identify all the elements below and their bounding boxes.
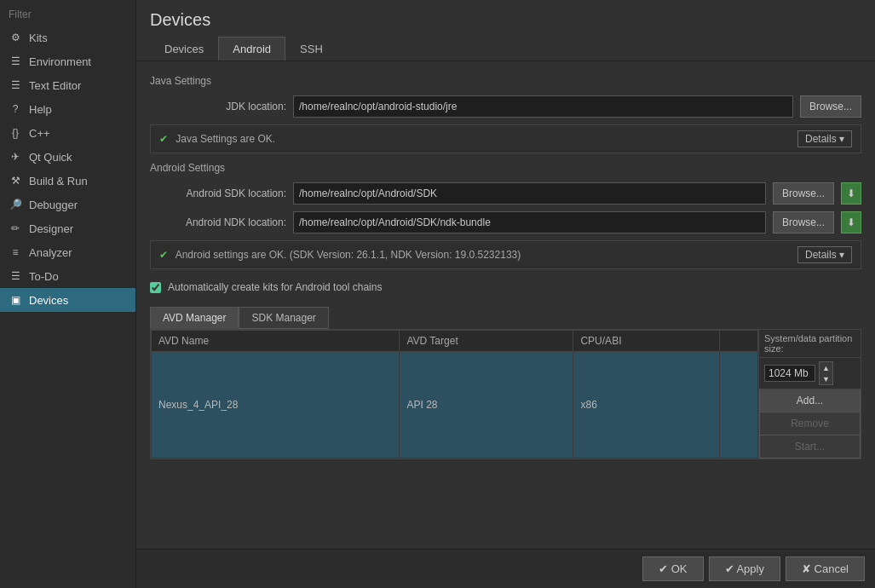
avd-extra-cell bbox=[720, 352, 758, 458]
partition-size-row: System/data partition size: bbox=[759, 330, 861, 358]
ndk-location-row: Android NDK location: Browse... ⬇ bbox=[150, 211, 861, 233]
apply-button[interactable]: ✔ Apply bbox=[709, 556, 780, 581]
sidebar-item-label: To-Do bbox=[29, 270, 59, 283]
sidebar-item-label: C++ bbox=[29, 127, 50, 140]
tab-devices[interactable]: Devices bbox=[150, 37, 218, 61]
android-settings-header: Android Settings bbox=[150, 162, 861, 174]
help-icon: ? bbox=[9, 102, 22, 116]
avd-cpu-cell: x86 bbox=[573, 352, 720, 458]
sidebar-filter-label: Filter bbox=[0, 3, 135, 26]
java-status-row: ✔ Java Settings are OK. Details ▾ bbox=[150, 124, 861, 153]
text-editor-icon: ☰ bbox=[9, 78, 22, 92]
sidebar-item-qt-quick[interactable]: ✈ Qt Quick bbox=[0, 145, 135, 169]
sdk-download-button[interactable]: ⬇ bbox=[841, 182, 861, 205]
debugger-icon: 🔎 bbox=[9, 198, 22, 211]
partition-size-label: System/data partition size: bbox=[764, 333, 855, 354]
sidebar-item-debugger[interactable]: 🔎 Debugger bbox=[0, 193, 135, 216]
sidebar: Filter ⚙ Kits ☰ Environment ☰ Text Edito… bbox=[0, 0, 136, 588]
todo-icon: ☰ bbox=[9, 269, 22, 283]
ok-button[interactable]: ✔ OK bbox=[642, 556, 703, 581]
top-tabs: Devices Android SSH bbox=[136, 37, 875, 61]
tab-sdk-manager[interactable]: SDK Manager bbox=[239, 307, 328, 329]
page-title: Devices bbox=[136, 0, 875, 37]
qt-quick-icon: ✈ bbox=[9, 150, 22, 164]
sidebar-item-label: Qt Quick bbox=[29, 151, 72, 164]
spinner-down-button[interactable]: ▼ bbox=[820, 373, 832, 384]
avd-table: AVD Name AVD Target CPU/ABI Nexus_4_API_… bbox=[151, 330, 758, 458]
sidebar-item-text-editor[interactable]: ☰ Text Editor bbox=[0, 73, 135, 97]
sidebar-item-label: Environment bbox=[29, 55, 91, 68]
java-status-ok-icon: ✔ bbox=[159, 133, 168, 145]
environment-icon: ☰ bbox=[9, 55, 22, 68]
main-content: Devices Devices Android SSH Java Setting… bbox=[136, 0, 875, 588]
sidebar-item-help[interactable]: ? Help bbox=[0, 97, 135, 121]
sdk-label: Android SDK location: bbox=[150, 187, 286, 199]
kits-icon: ⚙ bbox=[9, 31, 22, 44]
start-avd-button[interactable]: Start... bbox=[759, 435, 861, 458]
designer-icon: ✏ bbox=[9, 222, 22, 235]
sdk-input[interactable] bbox=[293, 182, 766, 205]
jdk-input[interactable] bbox=[293, 95, 793, 118]
sidebar-item-label: Text Editor bbox=[29, 79, 81, 92]
sidebar-item-label: Help bbox=[29, 103, 52, 116]
tab-ssh[interactable]: SSH bbox=[285, 37, 337, 61]
jdk-browse-button[interactable]: Browse... bbox=[800, 95, 861, 118]
android-details-button[interactable]: Details ▾ bbox=[797, 246, 852, 263]
android-status-ok-icon: ✔ bbox=[159, 249, 168, 261]
cpp-icon: {} bbox=[9, 126, 22, 140]
avd-sub-tabs: AVD Manager SDK Manager bbox=[150, 307, 861, 329]
cancel-button[interactable]: ✘ Cancel bbox=[786, 556, 865, 581]
ndk-input[interactable] bbox=[293, 211, 766, 233]
sidebar-item-kits[interactable]: ⚙ Kits bbox=[0, 26, 135, 49]
sdk-browse-button[interactable]: Browse... bbox=[773, 182, 834, 205]
sidebar-item-label: Build & Run bbox=[29, 175, 88, 187]
avd-actions-panel: System/data partition size: ▲ ▼ Add... R… bbox=[758, 330, 861, 458]
sidebar-item-todo[interactable]: ☰ To-Do bbox=[0, 264, 135, 288]
tab-android[interactable]: Android bbox=[218, 37, 285, 61]
ndk-download-button[interactable]: ⬇ bbox=[841, 211, 861, 233]
auto-create-label: Automatically create kits for Android to… bbox=[168, 281, 382, 293]
content-area: Java Settings JDK location: Browse... ✔ … bbox=[136, 61, 875, 549]
devices-icon: ▣ bbox=[9, 293, 22, 307]
android-status-message: Android settings are OK. (SDK Version: 2… bbox=[176, 249, 521, 261]
add-avd-button[interactable]: Add... bbox=[759, 389, 861, 412]
sidebar-item-build-run[interactable]: ⚒ Build & Run bbox=[0, 169, 135, 193]
remove-avd-button[interactable]: Remove bbox=[759, 412, 861, 435]
sidebar-item-label: Kits bbox=[29, 32, 48, 44]
sidebar-item-cpp[interactable]: {} C++ bbox=[0, 121, 135, 145]
sidebar-item-devices[interactable]: ▣ Devices bbox=[0, 288, 135, 312]
android-status-row: ✔ Android settings are OK. (SDK Version:… bbox=[150, 240, 861, 269]
java-status-message: Java Settings are OK. bbox=[176, 133, 275, 145]
partition-size-input-row: ▲ ▼ bbox=[759, 358, 861, 389]
avd-name-cell: Nexus_4_API_28 bbox=[152, 352, 400, 458]
spinner-up-button[interactable]: ▲ bbox=[820, 362, 832, 373]
partition-spinner: ▲ ▼ bbox=[819, 361, 833, 385]
auto-create-checkbox[interactable] bbox=[150, 282, 161, 293]
sidebar-item-label: Designer bbox=[29, 222, 73, 235]
java-details-button[interactable]: Details ▾ bbox=[797, 130, 852, 147]
col-avd-name: AVD Name bbox=[152, 331, 400, 352]
col-cpu-abi: CPU/ABI bbox=[573, 331, 720, 352]
col-avd-target: AVD Target bbox=[400, 331, 573, 352]
avd-container: AVD Name AVD Target CPU/ABI Nexus_4_API_… bbox=[150, 329, 861, 459]
partition-size-input[interactable] bbox=[764, 365, 815, 382]
bottom-bar: ✔ OK ✔ Apply ✘ Cancel bbox=[136, 549, 875, 588]
ndk-browse-button[interactable]: Browse... bbox=[773, 211, 834, 233]
tab-avd-manager[interactable]: AVD Manager bbox=[150, 307, 239, 329]
analyzer-icon: ≡ bbox=[9, 245, 22, 259]
sidebar-item-designer[interactable]: ✏ Designer bbox=[0, 216, 135, 240]
jdk-location-row: JDK location: Browse... bbox=[150, 95, 861, 118]
sidebar-item-label: Devices bbox=[29, 294, 68, 307]
sidebar-item-label: Debugger bbox=[29, 199, 78, 211]
build-run-icon: ⚒ bbox=[9, 174, 22, 187]
col-extra bbox=[720, 331, 758, 352]
sidebar-item-analyzer[interactable]: ≡ Analyzer bbox=[0, 240, 135, 264]
android-status-text: ✔ Android settings are OK. (SDK Version:… bbox=[159, 249, 521, 261]
sdk-location-row: Android SDK location: Browse... ⬇ bbox=[150, 182, 861, 205]
sidebar-item-label: Analyzer bbox=[29, 246, 72, 259]
table-row[interactable]: Nexus_4_API_28 API 28 x86 bbox=[152, 352, 758, 458]
java-settings-header: Java Settings bbox=[150, 75, 861, 87]
sidebar-item-environment[interactable]: ☰ Environment bbox=[0, 49, 135, 73]
ndk-label: Android NDK location: bbox=[150, 216, 286, 228]
avd-target-cell: API 28 bbox=[400, 352, 573, 458]
